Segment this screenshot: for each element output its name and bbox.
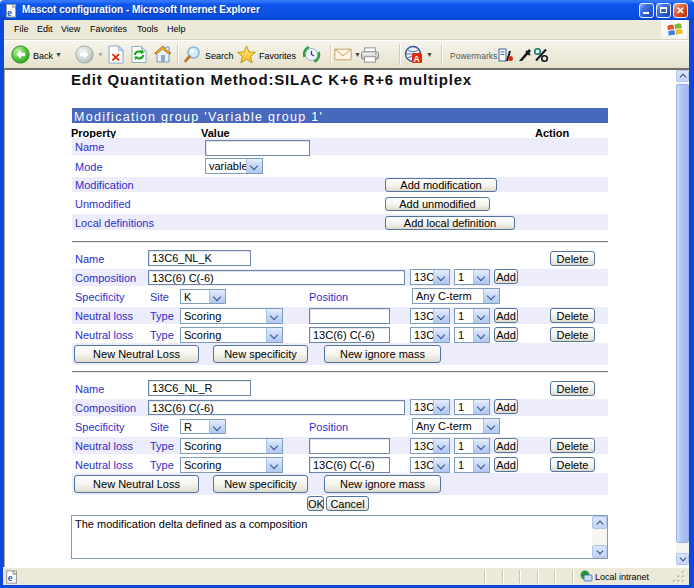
svg-text:A: A [414, 54, 420, 64]
svg-text:e: e [8, 572, 13, 583]
svg-text:e: e [7, 6, 12, 18]
